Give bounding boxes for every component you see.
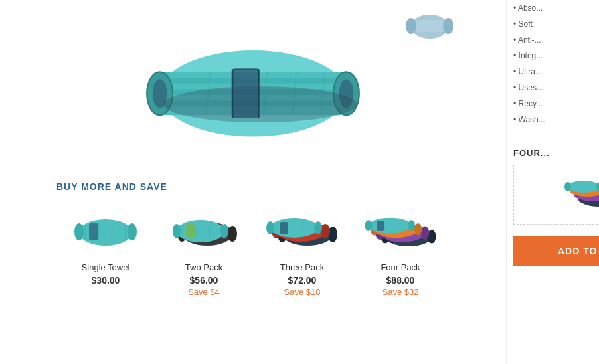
feature-item-2: Soft (513, 16, 599, 32)
svg-rect-73 (369, 222, 412, 230)
feature-item-7: Recy... (513, 96, 599, 112)
main-product-image[interactable] (74, 0, 432, 173)
single-towel-svg (69, 206, 142, 256)
svg-point-88 (564, 182, 571, 191)
pack-single-image (66, 204, 145, 257)
svg-point-26 (74, 223, 84, 240)
pack-two-price: $56.00 (190, 275, 218, 286)
svg-rect-87 (568, 184, 600, 190)
packs-row: Single Towel $30.00 (56, 204, 450, 297)
pack-three-save: Save $18 (284, 287, 321, 297)
svg-rect-37 (177, 225, 224, 237)
svg-rect-17 (232, 69, 260, 118)
pack-three-image (262, 204, 342, 257)
pack-four-image (361, 204, 440, 257)
sidebar-pack-svg (564, 171, 600, 218)
svg-point-51 (321, 224, 330, 238)
product-image-area: BUY MORE AND SAVE (0, 0, 506, 364)
svg-rect-53 (270, 223, 318, 233)
two-pack-svg (167, 206, 240, 256)
product-thumbnail[interactable] (406, 3, 453, 50)
pack-four-save: Save $32 (383, 287, 419, 297)
svg-rect-20 (411, 20, 448, 32)
main-product-svg (74, 0, 432, 173)
right-sidebar: Abso... Soft Anti-... Integ... Ultra... … (506, 0, 599, 364)
pack-four-name: Four Pack (381, 262, 420, 272)
feature-item-4: Integ... (513, 48, 599, 64)
feature-item-6: Uses... (513, 80, 599, 96)
pack-two-image (164, 204, 244, 257)
svg-point-56 (314, 221, 322, 234)
pack-two-save: Save $4 (188, 287, 220, 297)
pack-four-price: $88.00 (386, 275, 415, 286)
svg-rect-25 (89, 223, 98, 240)
add-to-cart-button[interactable]: ADD TO CART (513, 236, 599, 266)
three-pack-svg (262, 204, 342, 257)
svg-point-39 (173, 224, 181, 238)
pack-three[interactable]: Three Pack $72.00 Save $18 (253, 204, 351, 297)
svg-point-40 (220, 224, 228, 238)
svg-point-75 (365, 220, 372, 231)
feature-item-5: Ultra... (513, 64, 599, 80)
svg-point-71 (414, 223, 422, 234)
section-divider (56, 173, 450, 173)
pack-single-name: Single Towel (82, 262, 130, 272)
four-pack-label: FOUR... (513, 148, 599, 158)
pack-single[interactable]: Single Towel $30.00 (56, 204, 155, 297)
svg-rect-24 (79, 225, 132, 239)
feature-item-1: Abso... (513, 0, 599, 16)
svg-rect-38 (186, 224, 195, 238)
buy-more-title: BUY MORE AND SAVE (56, 181, 450, 192)
feature-item-8: Wash... (513, 112, 599, 128)
pack-single-price: $30.00 (92, 275, 120, 286)
pack-three-price: $72.00 (288, 275, 317, 286)
feature-item-3: Anti-... (513, 32, 599, 48)
buy-more-section: BUY MORE AND SAVE (0, 173, 506, 297)
svg-point-35 (228, 226, 237, 242)
sidebar-image-box: › (513, 165, 599, 225)
features-list: Abso... Soft Anti-... Integ... Ultra... … (513, 0, 599, 128)
svg-point-67 (420, 226, 429, 239)
svg-rect-74 (377, 221, 384, 231)
pack-four[interactable]: Four Pack $88.00 Save $32 (351, 204, 450, 297)
four-pack-svg (361, 203, 440, 259)
svg-point-55 (266, 221, 274, 234)
thumbnail-svg (406, 3, 453, 50)
pack-two[interactable]: Two Pack $56.00 Save $4 (155, 204, 253, 297)
pack-three-name: Three Pack (280, 262, 324, 272)
sidebar-divider (513, 141, 599, 141)
svg-point-76 (408, 220, 415, 231)
svg-rect-54 (280, 222, 288, 234)
pack-two-name: Two Pack (185, 262, 222, 272)
svg-point-27 (128, 223, 137, 240)
